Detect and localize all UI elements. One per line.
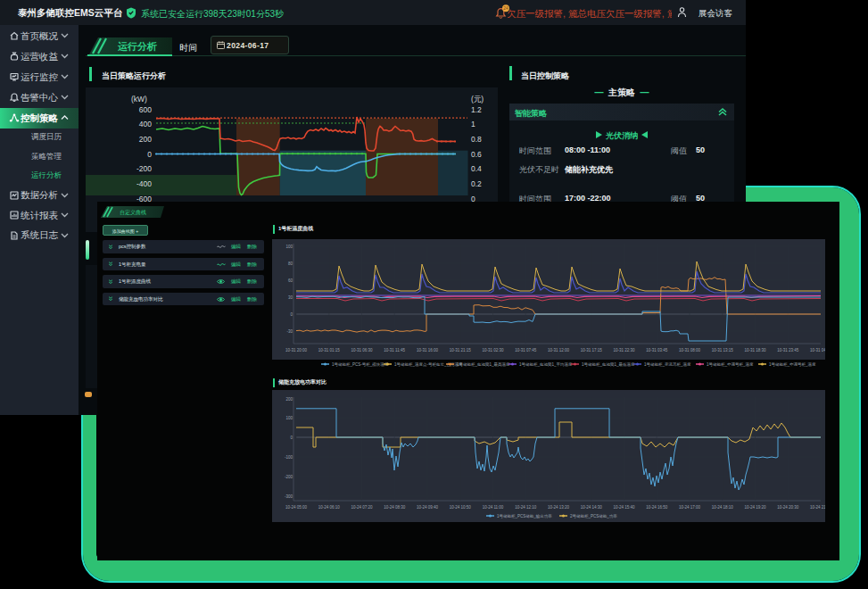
svg-text:(元): (元) bbox=[471, 95, 484, 104]
svg-text:1: 1 bbox=[471, 120, 475, 129]
svg-text:0.2: 0.2 bbox=[471, 179, 482, 188]
svg-text:1号储能柜_PCS-号柜_模块温度: 1号储能柜_PCS-号柜_模块温度 bbox=[332, 361, 389, 367]
svg-text:10-31 18:30: 10-31 18:30 bbox=[744, 348, 766, 353]
svg-text:10-24 16:50: 10-24 16:50 bbox=[646, 505, 668, 510]
svg-text:1号储能柜_空调号柜_温度: 1号储能柜_空调号柜_温度 bbox=[769, 361, 816, 367]
svg-text:10-31 20:00: 10-31 20:00 bbox=[285, 348, 308, 353]
svg-text:0.6: 0.6 bbox=[471, 150, 482, 159]
svg-text:10-24 15:40: 10-24 15:40 bbox=[613, 505, 635, 510]
svg-text:10-31 16:00: 10-31 16:00 bbox=[417, 348, 439, 353]
svg-text:10-31 22:30: 10-31 22:30 bbox=[613, 348, 635, 353]
svg-text:10-24 07:20: 10-24 07:20 bbox=[351, 505, 373, 510]
svg-text:60: 60 bbox=[288, 278, 293, 283]
svg-text:10-31 08:00: 10-31 08:00 bbox=[679, 348, 701, 353]
svg-text:-200: -200 bbox=[285, 475, 293, 479]
svg-text:10-24 17:00: 10-24 17:00 bbox=[679, 505, 701, 510]
svg-text:10-24 05:00: 10-24 05:00 bbox=[285, 505, 308, 510]
svg-text:1号储能柜_电池簡1_最高温度: 1号储能柜_电池簡1_最高温度 bbox=[457, 361, 510, 367]
svg-text:10-31 17:15: 10-31 17:15 bbox=[581, 348, 603, 353]
svg-text:10-31 01:15: 10-31 01:15 bbox=[318, 348, 341, 353]
svg-text:(kW): (kW) bbox=[131, 95, 147, 104]
svg-text:1号储能柜_空调号柜_温度: 1号储能柜_空调号柜_温度 bbox=[707, 361, 754, 367]
svg-text:10-31 02:30: 10-31 02:30 bbox=[482, 348, 504, 353]
svg-text:10-24 13:20: 10-24 13:20 bbox=[548, 505, 570, 510]
svg-text:0: 0 bbox=[147, 150, 152, 159]
svg-text:10-24 09:40: 10-24 09:40 bbox=[417, 505, 439, 510]
svg-text:10-31 11:45: 10-31 11:45 bbox=[384, 348, 405, 353]
svg-text:10-24 06:10: 10-24 06:10 bbox=[318, 505, 341, 510]
svg-text:400: 400 bbox=[139, 120, 152, 129]
svg-text:10-31 12:00: 10-31 12:00 bbox=[548, 348, 570, 353]
svg-text:1号储能柜_电池簡1_平均温度: 1号储能柜_电池簡1_平均温度 bbox=[519, 361, 573, 367]
svg-text:10-31 03:45: 10-31 03:45 bbox=[646, 348, 668, 353]
svg-text:10-24 18:10: 10-24 18:10 bbox=[712, 505, 734, 510]
svg-text:10-24 11:00: 10-24 11:00 bbox=[483, 505, 504, 510]
svg-text:10-31 13:15: 10-31 13:15 bbox=[712, 348, 734, 353]
svg-text:运行分析: 运行分析 bbox=[117, 41, 157, 52]
svg-text:-200: -200 bbox=[136, 164, 152, 173]
svg-text:-100: -100 bbox=[285, 455, 293, 460]
svg-text:10-24 21:40: 10-24 21:40 bbox=[810, 505, 825, 510]
svg-text:2号储能柜_PCS储能_功率: 2号储能柜_PCS储能_功率 bbox=[570, 514, 617, 518]
svg-text:-30: -30 bbox=[286, 329, 293, 334]
svg-text:1号储能柜_变流器柜_温度: 1号储能柜_变流器柜_温度 bbox=[644, 361, 691, 367]
svg-text:10-31 07:45: 10-31 07:45 bbox=[515, 348, 537, 353]
svg-text:30: 30 bbox=[288, 295, 293, 300]
svg-text:200: 200 bbox=[139, 135, 152, 144]
svg-text:10-24 19:20: 10-24 19:20 bbox=[744, 505, 766, 510]
svg-text:1.2: 1.2 bbox=[471, 105, 482, 114]
svg-text:10-31 04:00: 10-31 04:00 bbox=[810, 348, 825, 353]
svg-text:自定义曲线: 自定义曲线 bbox=[120, 209, 146, 216]
svg-text:10-24 20:30: 10-24 20:30 bbox=[777, 505, 799, 510]
svg-text:100: 100 bbox=[285, 416, 293, 420]
svg-text:100: 100 bbox=[285, 245, 293, 249]
svg-text:10-24 08:30: 10-24 08:30 bbox=[384, 505, 406, 510]
svg-text:-400: -400 bbox=[136, 179, 152, 188]
svg-text:600: 600 bbox=[139, 105, 152, 114]
svg-text:10-31 06:30: 10-31 06:30 bbox=[351, 348, 373, 353]
svg-text:10-24 12:10: 10-24 12:10 bbox=[515, 505, 537, 510]
svg-text:10-24 10:50: 10-24 10:50 bbox=[450, 505, 472, 510]
svg-text:200: 200 bbox=[285, 397, 293, 402]
svg-text:0.8: 0.8 bbox=[471, 135, 482, 144]
svg-text:-300: -300 bbox=[285, 494, 293, 499]
svg-text:80: 80 bbox=[288, 261, 293, 266]
svg-text:10-31 23:45: 10-31 23:45 bbox=[777, 348, 799, 353]
svg-text:1号储能柜_电池簡1_最低温度: 1号储能柜_电池簡1_最低温度 bbox=[582, 361, 635, 367]
svg-text:10-24 14:30: 10-24 14:30 bbox=[581, 505, 603, 510]
svg-text:10-31 21:15: 10-31 21:15 bbox=[450, 348, 472, 353]
svg-text:0.4: 0.4 bbox=[471, 164, 482, 173]
